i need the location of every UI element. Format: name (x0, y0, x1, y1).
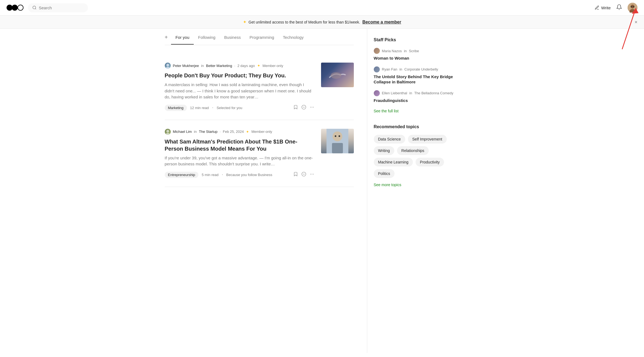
article-meta: Michael Lim in The Startup · Feb 25, 202… (165, 129, 314, 135)
svg-point-23 (310, 174, 311, 174)
recommended-topics-title: Recommended topics (374, 124, 460, 129)
staff-pick-author[interactable]: Ryan Fan (382, 67, 397, 71)
main-layout: + For you Following Business Programming… (158, 29, 486, 353)
svg-rect-7 (631, 6, 632, 7)
staff-pick-title[interactable]: Fraudulinguistics (374, 98, 460, 103)
search-bar[interactable] (28, 3, 88, 12)
logo-icon (7, 5, 23, 11)
svg-point-10 (166, 64, 169, 66)
person-svg (327, 129, 348, 153)
staff-pick-pub[interactable]: Corporate Underbelly (404, 67, 438, 71)
time-ago: 2 days ago (237, 64, 255, 68)
article-thumbnail[interactable] (321, 63, 354, 87)
svg-point-11 (166, 67, 170, 69)
header: Write (0, 0, 644, 16)
topic-writing[interactable]: Writing (374, 146, 394, 155)
in-label: in (194, 130, 197, 134)
svg-point-14 (310, 107, 311, 107)
save-button[interactable] (293, 105, 298, 111)
article-card: Michael Lim in The Startup · Feb 25, 202… (165, 120, 354, 187)
tab-for-you[interactable]: For you (171, 35, 194, 45)
author-name[interactable]: Peter Mukherjee (173, 64, 199, 68)
medium-logo[interactable] (7, 5, 23, 11)
article-tag[interactable]: Entrepreneurship (165, 172, 199, 178)
topic-self-improvement[interactable]: Self Improvement (408, 135, 447, 144)
become-member-link[interactable]: Become a member (362, 20, 401, 25)
staff-pick-title[interactable]: The Untold Story Behind The Key Bridge C… (374, 74, 460, 85)
member-star-icon: ✦ (246, 130, 249, 134)
staff-pick-item: Ellen Liebenthal in The Belladonna Comed… (374, 90, 460, 103)
mute-button[interactable] (301, 172, 306, 178)
header-left (7, 3, 88, 12)
add-topic-button[interactable]: + (165, 34, 171, 45)
topic-productivity[interactable]: Productivity (416, 158, 444, 166)
member-only-label: Member-only (251, 130, 272, 134)
author-avatar (165, 63, 171, 69)
banner-text: Get unlimited access to the best of Medi… (249, 20, 360, 24)
thumb-person-image (321, 129, 354, 153)
article-thumbnail[interactable] (321, 129, 354, 153)
svg-point-16 (313, 107, 314, 107)
publication-name[interactable]: The Startup (199, 130, 217, 134)
article-footer: Entrepreneurship 5 min read · Because yo… (165, 172, 314, 178)
write-icon (595, 5, 599, 10)
sidebar: Staff Picks Maria Nazos in Scribe Woman … (367, 29, 460, 353)
notifications-button[interactable] (616, 4, 622, 11)
article-title[interactable]: People Don't Buy Your Product; They Buy … (165, 72, 314, 79)
banner-close-button[interactable]: × (634, 19, 637, 25)
logo-circle-2 (12, 5, 18, 11)
time-ago: Feb 25, 2024 (223, 130, 244, 134)
tab-following[interactable]: Following (194, 35, 220, 45)
topic-politics[interactable]: Politics (374, 169, 395, 178)
avatar[interactable] (628, 3, 637, 13)
svg-point-15 (311, 107, 312, 107)
article-excerpt: If you're under 39, you've got a massive… (165, 155, 314, 167)
see-full-list-button[interactable]: See the full list (374, 109, 399, 113)
mute-button[interactable] (301, 105, 306, 111)
svg-point-30 (339, 135, 340, 137)
logo-circle-3 (17, 5, 23, 11)
svg-rect-28 (332, 143, 343, 153)
svg-line-3 (35, 8, 36, 9)
article-title[interactable]: What Sam Altman's Prediction About The $… (165, 138, 314, 152)
staff-pick-pub[interactable]: The Belladonna Comedy (414, 91, 453, 95)
topic-machine-learning[interactable]: Machine Learning (374, 158, 413, 166)
staff-pick-avatar (374, 66, 380, 72)
member-star-icon: ✦ (257, 63, 260, 68)
more-button[interactable] (310, 105, 314, 111)
topic-data-science[interactable]: Data Science (374, 135, 405, 144)
staff-pick-author[interactable]: Maria Nazos (382, 49, 402, 53)
tab-technology[interactable]: Technology (278, 35, 308, 45)
author-avatar (165, 129, 171, 135)
article-meta: Peter Mukherjee in Better Marketing · 2 … (165, 63, 314, 69)
staff-pick-avatar (374, 48, 380, 54)
more-button[interactable] (310, 172, 314, 178)
staff-pick-meta: Ryan Fan in Corporate Underbelly (374, 66, 460, 72)
article-tag[interactable]: Marketing (165, 105, 187, 111)
publication-name[interactable]: Better Marketing (206, 64, 232, 68)
handshake-svg (327, 67, 348, 83)
article-body: Peter Mukherjee in Better Marketing · 2 … (165, 63, 321, 111)
staff-pick-pub[interactable]: Scribe (409, 49, 419, 53)
tab-programming[interactable]: Programming (245, 35, 278, 45)
thumb-handshake-image (321, 63, 354, 87)
bell-icon (616, 4, 622, 10)
svg-point-20 (166, 133, 170, 135)
see-more-topics-button[interactable]: See more topics (374, 183, 401, 187)
svg-point-29 (335, 135, 336, 137)
svg-point-18 (331, 72, 342, 79)
staff-pick-author[interactable]: Ellen Liebenthal (382, 91, 407, 95)
search-input[interactable] (39, 5, 83, 10)
content-area: + For you Following Business Programming… (165, 29, 367, 353)
tab-business[interactable]: Business (220, 35, 245, 45)
save-button[interactable] (293, 172, 298, 178)
author-name[interactable]: Michael Lim (173, 130, 192, 134)
topic-relationships[interactable]: Relationships (397, 146, 429, 155)
staff-pick-title[interactable]: Woman to Woman (374, 55, 460, 61)
article-card: Peter Mukherjee in Better Marketing · 2 … (165, 54, 354, 120)
staff-pick-avatar (374, 90, 380, 96)
svg-point-24 (311, 174, 312, 174)
write-button[interactable]: Write (595, 5, 611, 10)
article-actions (293, 172, 314, 178)
svg-point-25 (313, 174, 314, 174)
